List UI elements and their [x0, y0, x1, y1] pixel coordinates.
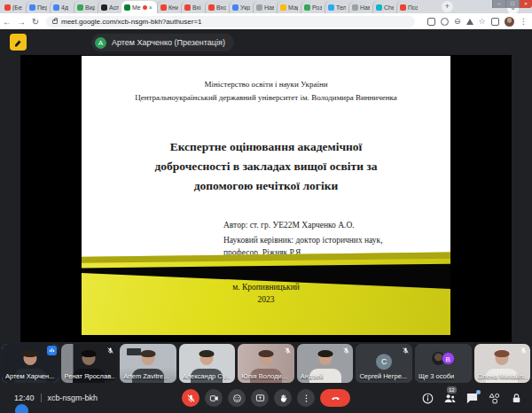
- toolbar-extensions: ⊖: [427, 17, 528, 27]
- browser-tab[interactable]: 4д: [50, 1, 74, 13]
- host-controls-lock-icon[interactable]: [510, 392, 523, 405]
- browser-tab[interactable]: Che: [372, 1, 396, 13]
- camera-button[interactable]: [205, 389, 223, 407]
- mic-off-icon: [401, 346, 411, 355]
- participant-name: Юлія Володи...: [241, 372, 287, 380]
- browser-tab-active-meet[interactable]: Me×: [121, 1, 157, 13]
- new-tab-button[interactable]: [442, 1, 453, 12]
- activities-icon[interactable]: [488, 392, 501, 405]
- bookmark-star-icon[interactable]: [479, 18, 486, 26]
- presentation-slide: Міністерство освіти і науки України Цент…: [82, 56, 450, 335]
- site-favicon: [184, 4, 191, 11]
- site-favicon: [232, 4, 239, 11]
- browser-tab[interactable]: Вхі: [181, 1, 205, 13]
- browser-tab[interactable]: Кни: [157, 1, 181, 13]
- extension-icon[interactable]: [427, 18, 435, 26]
- participant-tile[interactable]: Артем Харчен...: [2, 344, 59, 383]
- browser-menu-icon[interactable]: [520, 18, 528, 26]
- tab-label: (Бе: [12, 4, 22, 11]
- participant-tile[interactable]: Ренат Ярослав...: [61, 344, 118, 383]
- end-call-button[interactable]: [320, 389, 350, 407]
- avatar: B: [442, 352, 455, 365]
- tab-list: (Бе Пер 4д Вид Асп Me× Кни Вхі Вхо Укр Н…: [2, 1, 420, 13]
- browser-tab[interactable]: Вхо: [205, 1, 229, 13]
- window-close-button[interactable]: [519, 0, 532, 8]
- browser-tab[interactable]: Нав: [348, 1, 372, 13]
- tab-close-icon[interactable]: ×: [149, 4, 153, 11]
- more-people-tile[interactable]: B Ще 3 особи: [415, 344, 472, 383]
- side-panel-icon[interactable]: [491, 18, 499, 26]
- site-favicon: [328, 4, 334, 11]
- mic-off-icon: [341, 346, 351, 355]
- browser-tab[interactable]: Роз: [301, 1, 325, 13]
- participant-name: Александр Су...: [183, 372, 231, 380]
- tab-label: Тел: [336, 4, 346, 11]
- tab-label: Нав: [264, 4, 274, 11]
- tab-label: 4д: [61, 4, 68, 11]
- meeting-code: xcb-nsgm-bkh: [48, 394, 98, 402]
- site-favicon: [400, 4, 406, 11]
- browser-tab[interactable]: Укр: [229, 1, 253, 13]
- browser-tab[interactable]: Нав: [253, 1, 277, 13]
- participant-filmstrip: Артем Харчен... Ренат Ярослав... Artem Z…: [0, 344, 532, 383]
- extension-icon[interactable]: [441, 18, 449, 26]
- participant-tile[interactable]: Artem Zavitre...: [120, 344, 176, 383]
- participant-name: Артем Харчен...: [5, 372, 54, 380]
- forward-button[interactable]: [14, 17, 28, 27]
- tab-label: Кни: [168, 4, 178, 11]
- slide-title-line2: доброчесності в закладах вищої освіти за: [82, 157, 450, 176]
- mic-mute-button[interactable]: [182, 389, 200, 407]
- participant-tile[interactable]: Андрей: [297, 344, 354, 383]
- more-options-button[interactable]: [297, 389, 315, 407]
- share-icon[interactable]: [466, 19, 473, 25]
- tab-label: Поз: [408, 4, 418, 11]
- profile-avatar[interactable]: [505, 17, 514, 27]
- yellow-pen-icon[interactable]: [10, 34, 27, 51]
- participant-tile[interactable]: Александр Су...: [179, 344, 236, 383]
- presenter-avatar: А: [95, 37, 106, 49]
- tab-label: Me: [132, 4, 141, 11]
- slide-year: 2023: [82, 295, 450, 304]
- browser-tab[interactable]: Поз: [396, 1, 420, 13]
- window-maximize-button[interactable]: [505, 0, 519, 8]
- browser-tab[interactable]: Пер: [26, 1, 50, 13]
- meet-page: А Артем Харченко (Презентація) Міністерс…: [0, 29, 532, 413]
- notification-avatar[interactable]: [15, 404, 28, 413]
- participant-tile[interactable]: Олена Михайл...: [474, 344, 531, 383]
- present-screen-button[interactable]: [251, 389, 269, 407]
- url-text: meet.google.com/xcb-nsgm-bkh?authuser=1: [61, 18, 202, 26]
- site-favicon: [304, 4, 310, 11]
- browser-tab[interactable]: Асп: [98, 1, 121, 13]
- participant-tile[interactable]: C Сергей Негре...: [356, 344, 412, 383]
- participant-tile[interactable]: Юлія Володи...: [238, 344, 294, 383]
- tab-label: Вхо: [216, 4, 226, 11]
- meeting-details-icon[interactable]: [421, 392, 434, 405]
- browser-tab[interactable]: (Бе: [2, 1, 26, 13]
- back-button[interactable]: [0, 17, 14, 27]
- meeting-panels: 12: [421, 383, 523, 413]
- more-people-label: Ще 3 особи: [419, 372, 454, 380]
- people-panel-icon[interactable]: 12: [443, 392, 457, 405]
- chat-panel-icon[interactable]: [466, 392, 479, 405]
- raise-hand-button[interactable]: [274, 389, 292, 407]
- browser-tab[interactable]: Тел: [325, 1, 348, 13]
- window-minimize-button[interactable]: [492, 0, 505, 8]
- presenter-banner[interactable]: А Артем Харченко (Презентація): [91, 34, 234, 51]
- tab-label: Нав: [360, 4, 370, 11]
- slide-city: м. Кропивницький: [82, 283, 450, 292]
- tab-label: Асп: [109, 4, 119, 11]
- call-controls: [182, 389, 350, 407]
- slide-title: Експертне оцінювання академічної доброче…: [82, 137, 450, 196]
- presenter-banner-label: Артем Харченко (Презентація): [112, 38, 225, 47]
- site-favicon: [280, 4, 286, 11]
- reload-button[interactable]: [28, 17, 43, 27]
- participant-name: Андрей: [301, 372, 324, 380]
- reactions-button[interactable]: [228, 389, 246, 407]
- address-bar[interactable]: meet.google.com/xcb-nsgm-bkh?authuser=1: [46, 16, 415, 27]
- slide-ministry-line1: Міністерство освіти і науки України: [82, 80, 450, 89]
- browser-tab[interactable]: Вид: [74, 1, 98, 13]
- tab-label: Роз: [312, 4, 322, 11]
- zoom-icon[interactable]: ⊖: [454, 18, 461, 26]
- window-controls: [492, 0, 532, 8]
- browser-tab[interactable]: Мар: [277, 1, 301, 13]
